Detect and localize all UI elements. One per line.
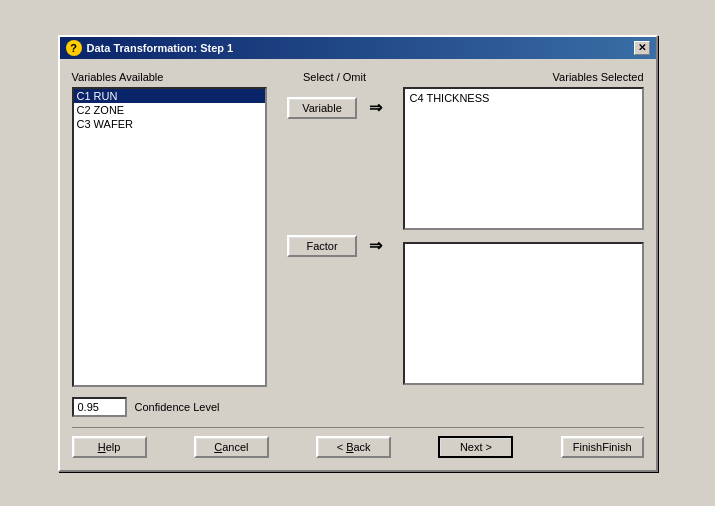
next-button[interactable]: Next > — [438, 436, 513, 458]
help-button[interactable]: HHelpelp — [72, 436, 147, 458]
variables-selected-listbox[interactable]: C4 THICKNESS — [403, 87, 644, 230]
finish-button[interactable]: FinishFinish — [561, 436, 644, 458]
factors-selected-listbox[interactable] — [403, 242, 644, 385]
close-button[interactable]: ✕ — [634, 41, 650, 55]
confidence-input[interactable] — [72, 397, 127, 417]
selected-variable-item: C4 THICKNESS — [407, 91, 640, 105]
confidence-row: Confidence Level — [72, 397, 644, 417]
factor-arrow-icon: ⇒ — [369, 236, 382, 255]
list-item[interactable]: C2 ZONE — [74, 103, 265, 117]
back-button[interactable]: < Back — [316, 436, 391, 458]
dialog-body: Variables Available Select / Omit Variab… — [60, 59, 656, 470]
confidence-label: Confidence Level — [135, 401, 220, 413]
dialog-window: ? Data Transformation: Step 1 ✕ Variable… — [58, 35, 658, 472]
select-omit-label: Select / Omit — [303, 71, 366, 83]
dialog-title: Data Transformation: Step 1 — [87, 42, 234, 54]
variable-arrow-icon: ⇒ — [369, 98, 382, 117]
selected-label: Variables Selected — [553, 71, 644, 83]
available-listbox[interactable]: C1 RUN C2 ZONE C3 WAFER — [72, 87, 267, 387]
title-bar-left: ? Data Transformation: Step 1 — [66, 40, 234, 56]
cancel-button[interactable]: Cancel — [194, 436, 269, 458]
dialog-icon: ? — [66, 40, 82, 56]
factor-button[interactable]: Factor — [287, 235, 357, 257]
list-item[interactable]: C1 RUN — [74, 89, 265, 103]
title-bar: ? Data Transformation: Step 1 ✕ — [60, 37, 656, 59]
list-item[interactable]: C3 WAFER — [74, 117, 265, 131]
available-label: Variables Available — [72, 71, 164, 83]
variable-button[interactable]: Variable — [287, 97, 357, 119]
